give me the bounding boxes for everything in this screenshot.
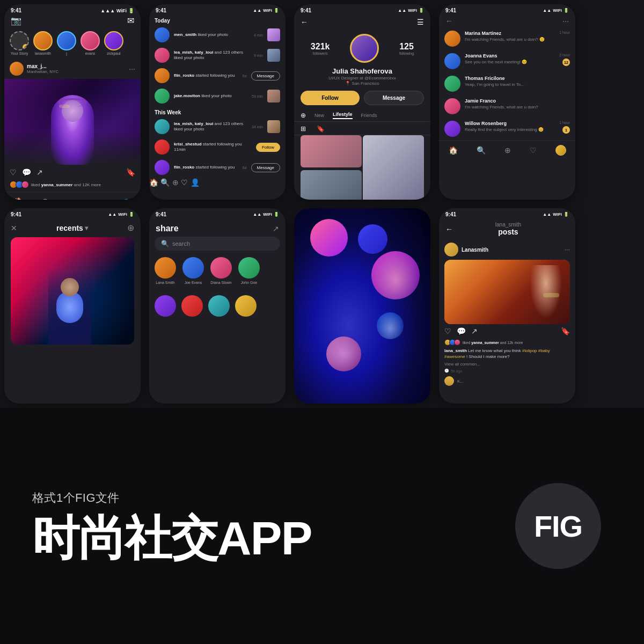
status-bar-3: 9:41 ▲▲ WiFi 🔋 (294, 4, 430, 14)
chat-avatar-3 (444, 76, 460, 92)
like-avatars-row-8: liked yanna_summer and 12k more (439, 338, 575, 347)
share-external-icon[interactable]: ↗ (273, 224, 279, 233)
more-icon[interactable]: ··· (129, 64, 135, 73)
plus-nav[interactable]: ⊕ (70, 199, 77, 200)
post-detail-header: ← lana_smith posts ··· (439, 218, 575, 239)
today-label: Today (149, 14, 286, 25)
recents-image (11, 237, 134, 345)
contact-john[interactable]: John Goe (238, 257, 260, 284)
share-search-bar[interactable]: 🔍 search (155, 237, 280, 251)
new-tab-icon[interactable]: ⊕ (301, 112, 306, 119)
profile-nav-2[interactable]: 👤 (191, 178, 200, 187)
close-icon[interactable]: ✕ (11, 224, 17, 232)
comment-icon-8[interactable]: 💬 (457, 327, 466, 335)
view-comments[interactable]: View all commen... (439, 361, 575, 368)
bookmark-action-icon[interactable]: 🔖 (126, 168, 135, 177)
share-action-icon[interactable]: ↗ (36, 168, 43, 177)
chat-back-icon[interactable]: ← (445, 17, 453, 25)
contact-diana[interactable]: Diana Slown (210, 257, 232, 284)
recents-header: ✕ recents ▾ ⊕ (4, 218, 141, 237)
cat-lifestyle[interactable]: Lifestyle (333, 112, 353, 119)
like-icon-8[interactable]: ♡ (444, 327, 451, 335)
bookmark-icon-8[interactable]: 🔖 (561, 327, 570, 335)
search-nav-4[interactable]: 🔍 (477, 146, 486, 155)
your-story[interactable]: Your Story (10, 31, 29, 55)
profile-nav[interactable]: 👤 (122, 199, 131, 200)
back-icon[interactable]: ← (301, 18, 308, 26)
back-icon-8[interactable]: ← (445, 225, 453, 233)
heart-nav[interactable]: ♡ (96, 199, 103, 200)
bottom-text-area: 格式1个FIG文件 时尚社交APP (0, 469, 515, 583)
cat-friends[interactable]: Friends (361, 113, 377, 118)
grid-view-icon[interactable]: ⊞ (301, 125, 306, 133)
notif-item-6: krisi_shestud started following you 11mi… (149, 137, 286, 157)
chat-item-4[interactable]: Jamie Franco I'm watching Friends, what … (439, 95, 575, 118)
contact-extra-3[interactable] (208, 295, 230, 319)
add-icon[interactable]: ⊕ (127, 223, 134, 233)
profile-avatar-large (350, 34, 379, 63)
chat-item-2[interactable]: Joanna Evans See you on the next meeting… (439, 50, 575, 72)
grid-item-1[interactable] (301, 135, 362, 167)
post-actions: ♡ 💬 ↗ 🔖 (4, 165, 141, 180)
menu-icon[interactable]: ☰ (417, 18, 424, 26)
message-icon[interactable]: ✉ (127, 16, 134, 26)
post-image (4, 79, 141, 165)
contact-extra-2[interactable] (181, 295, 203, 319)
contact-joe[interactable]: Joe Evans (182, 257, 204, 284)
home-nav-2[interactable]: 🏠 (149, 178, 158, 187)
dropdown-icon[interactable]: ▾ (85, 224, 88, 232)
grid-item-2[interactable] (363, 135, 424, 200)
post-detail-user-row: Lanasmith ··· (439, 239, 575, 260)
chat-avatar-5 (444, 121, 460, 137)
heart-nav-2[interactable]: ♡ (181, 178, 188, 187)
chat-item-3[interactable]: Thomas Fricilone Yeap, I'm going to trav… (439, 72, 575, 95)
chat-item-1[interactable]: Marina Martinez I'm watching Friends, wh… (439, 27, 575, 50)
home-nav-4[interactable]: 🏠 (449, 146, 458, 155)
contact-lana[interactable]: Lana Smith (155, 257, 176, 284)
phone-share: 9:41 ▲▲ WiFi 🔋 share ↗ 🔍 search Lana Smi… (149, 208, 286, 404)
grid-item-3[interactable] (301, 170, 362, 200)
profile-nav-4[interactable] (555, 145, 566, 156)
bottom-subtitle: 格式1个FIG文件 (32, 490, 483, 506)
notif-item-4: jake.moviton liked your photo 59 min (149, 86, 286, 106)
share-icon-8[interactable]: ↗ (471, 327, 478, 335)
phone-explore (294, 208, 430, 404)
search-nav-2[interactable]: 🔍 (160, 178, 170, 187)
status-bar-8: 9:41 ▲▲ WiFi 🔋 (439, 208, 575, 218)
message-btn-2[interactable]: Message (251, 163, 280, 172)
story-evans[interactable]: evans (80, 31, 100, 55)
post-location: Manhattan, NYC (27, 69, 58, 74)
follow-profile-btn[interactable]: Follow (301, 91, 360, 105)
bottom-nav-4: 🏠 🔍 ⊕ ♡ (439, 140, 575, 160)
contact-extra-4[interactable] (235, 295, 257, 319)
follow-btn[interactable]: Follow (256, 143, 280, 152)
contact-extra-1[interactable] (155, 295, 176, 319)
like-action-icon[interactable]: ♡ (10, 168, 17, 177)
like-text: liked yanna_summer and 12K more (31, 182, 101, 187)
story-zackpaul[interactable]: zickpaul (104, 31, 123, 55)
followers-stat: 321k followers (311, 42, 330, 55)
post-detail-name: Lanasmith (462, 247, 488, 253)
cat-new[interactable]: New (314, 113, 324, 118)
story-lanasmith[interactable]: lanasmith (33, 31, 53, 55)
comment-action-icon[interactable]: 💬 (22, 168, 31, 177)
home-nav[interactable]: 🏠 (14, 196, 23, 200)
plus-nav-2[interactable]: ⊕ (172, 178, 179, 187)
chat-item-5[interactable]: Willow Rosenberg Really find the subject… (439, 118, 575, 140)
camera-icon[interactable]: 📷 (11, 16, 21, 26)
message-btn-1[interactable]: Message (251, 71, 280, 80)
plus-nav-4[interactable]: ⊕ (504, 146, 511, 155)
chat-avatar-1 (444, 31, 460, 47)
status-bar-5: 9:41 ▲▲ WiFi 🔋 (4, 208, 141, 218)
story-j[interactable]: j (57, 31, 76, 55)
like-count-8: liked yanna_summer and 12k more (463, 341, 523, 345)
search-nav[interactable]: 🔍 (42, 199, 51, 200)
chat-more-icon[interactable]: ··· (562, 17, 569, 25)
post-detail-more-icon[interactable]: ··· (565, 246, 570, 253)
message-profile-btn[interactable]: Message (364, 91, 424, 105)
time-4: 9:41 (445, 8, 456, 13)
heart-nav-4[interactable]: ♡ (530, 146, 537, 155)
phone-feed: 9:41 ▲▲▲ WiFi 🔋 📷 ✉ Your Story lanasmith (4, 4, 141, 200)
profile-role: UI/UX Designer at @Ecommercexx (294, 76, 430, 80)
bookmark-view-icon[interactable]: 🔖 (317, 125, 325, 133)
